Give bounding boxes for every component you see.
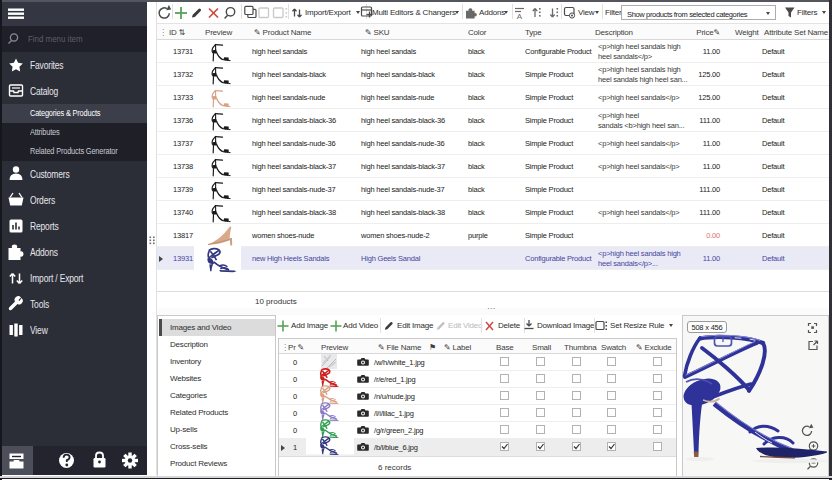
svg-text:A: A — [517, 12, 523, 21]
